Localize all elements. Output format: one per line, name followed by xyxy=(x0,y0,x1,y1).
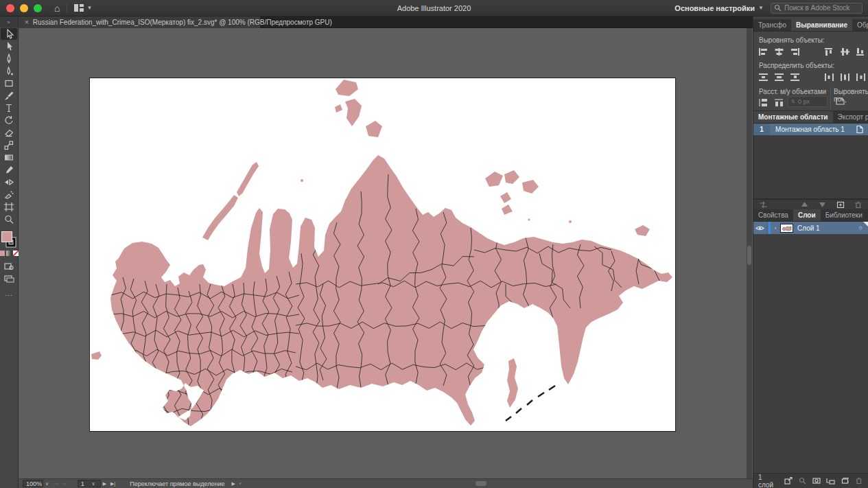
artboard-nav-select[interactable]: 1 ∨ xyxy=(78,480,101,487)
screen-mode-button[interactable] xyxy=(1,272,17,284)
artboard-name[interactable]: Монтажная область 1 xyxy=(775,126,854,133)
tab-properties[interactable]: Свойства xyxy=(753,209,793,221)
delete-artboard-button[interactable] xyxy=(852,200,864,209)
distribute-left-button[interactable] xyxy=(823,72,835,82)
width-tool[interactable] xyxy=(1,176,17,188)
rotate-tool[interactable] xyxy=(1,115,17,126)
zoom-window-button[interactable] xyxy=(34,4,42,12)
zoom-tool[interactable] xyxy=(1,213,17,225)
horizontal-scrollbar-thumb[interactable] xyxy=(476,481,486,486)
tab-transform[interactable]: Трансфо xyxy=(753,19,791,31)
distribute-right-button[interactable] xyxy=(855,72,867,82)
color-button[interactable] xyxy=(0,251,5,256)
artboards-panel-bar xyxy=(753,199,868,209)
vertical-scrollbar-thumb[interactable] xyxy=(747,246,751,265)
pen-tool[interactable] xyxy=(1,53,17,65)
workspace-switcher[interactable]: Основные настройки ▼ xyxy=(675,4,764,12)
new-sublayer-button[interactable] xyxy=(826,476,835,486)
align-left-button[interactable] xyxy=(758,47,769,56)
selection-tool[interactable] xyxy=(1,28,17,40)
rearrange-artboards-button[interactable] xyxy=(758,200,769,209)
tab-align[interactable]: Выравнивание xyxy=(791,19,852,31)
layer-thumbnail[interactable] xyxy=(780,224,793,233)
zoom-chevron-icon[interactable]: ∨ xyxy=(45,481,49,487)
previous-artboard-button[interactable]: ◀ xyxy=(62,481,65,487)
distribute-center-h-button[interactable] xyxy=(839,72,851,82)
document-tab[interactable]: × Russian Federation_with_Crimea_ISO(Мер… xyxy=(19,16,260,28)
layer-row[interactable]: › Слой 1 ○ xyxy=(753,222,868,234)
curvature-tool[interactable] xyxy=(1,65,17,77)
arrange-documents-control[interactable]: ▼ xyxy=(74,4,92,12)
type-tool[interactable] xyxy=(1,102,17,114)
stock-search[interactable] xyxy=(771,3,863,14)
align-middle-v-button[interactable] xyxy=(839,47,851,56)
search-input[interactable] xyxy=(784,4,859,12)
make-clipping-mask-button[interactable] xyxy=(812,476,821,486)
align-right-button[interactable] xyxy=(789,47,801,56)
artboard-page-icon[interactable] xyxy=(854,125,865,135)
tab-pathfinder[interactable]: Обработ xyxy=(852,19,868,31)
paintbrush-tool[interactable] xyxy=(1,90,17,102)
minimize-window-button[interactable] xyxy=(20,4,28,12)
align-top-button[interactable] xyxy=(823,47,835,56)
align-bottom-button[interactable] xyxy=(855,47,867,56)
titlebar: ⌂ ▼ Adobe Illustrator 2020 Основные наст… xyxy=(0,0,868,16)
vertical-distribute-space-button[interactable] xyxy=(758,97,769,107)
scale-tool[interactable] xyxy=(1,139,17,151)
layer-name[interactable]: Слой 1 xyxy=(797,224,859,232)
none-button[interactable] xyxy=(13,251,19,256)
home-icon[interactable]: ⌂ xyxy=(54,3,60,14)
eyedropper-tool[interactable] xyxy=(1,164,17,176)
align-bottom-icon xyxy=(856,47,866,56)
align-to-selector[interactable] xyxy=(834,96,846,106)
collect-for-export-button[interactable] xyxy=(784,476,793,486)
vertical-scrollbar[interactable] xyxy=(747,28,752,478)
russia-mainland-shape[interactable] xyxy=(110,155,672,426)
distribute-bottom-button[interactable] xyxy=(789,72,801,82)
locate-object-button[interactable] xyxy=(799,476,807,486)
chevron-down-icon: ▼ xyxy=(758,5,764,11)
fill-swatch[interactable] xyxy=(1,231,12,242)
direct-selection-tool[interactable] xyxy=(1,40,17,52)
symbol-sprayer-tool[interactable] xyxy=(1,189,17,200)
tab-asset-export[interactable]: Экспорт ресур xyxy=(833,111,868,123)
horizontal-distribute-space-button[interactable] xyxy=(773,97,785,107)
first-artboard-button[interactable]: |◀ xyxy=(53,481,58,487)
new-layer-button[interactable] xyxy=(841,476,849,486)
status-flyout-icon[interactable]: ▶ xyxy=(231,481,235,487)
spacing-value-stepper[interactable]: ⇅ 0 px xyxy=(788,96,828,107)
close-window-button[interactable] xyxy=(6,4,14,12)
layer-expand-icon[interactable]: › xyxy=(771,225,780,231)
tools-panel-drag-handle[interactable]: » xyxy=(0,16,18,27)
new-artboard-button[interactable] xyxy=(834,200,846,209)
tab-layers[interactable]: Слои xyxy=(793,209,821,221)
layer-target-icon[interactable]: ○ xyxy=(859,224,863,231)
move-artboard-up-button[interactable] xyxy=(799,200,810,209)
gradient-tool[interactable] xyxy=(1,152,17,163)
horizontal-distribute-space-icon xyxy=(774,98,784,107)
delete-layer-button[interactable] xyxy=(855,476,863,486)
status-back-icon[interactable]: ‹ xyxy=(239,481,241,486)
distribute-top-button[interactable] xyxy=(758,72,769,82)
layer-visibility-toggle[interactable] xyxy=(753,222,767,234)
artboard-row[interactable]: 1 Монтажная область 1 xyxy=(753,124,868,135)
tab-artboards[interactable]: Монтажные области xyxy=(753,111,833,123)
canvas-pasteboard[interactable] xyxy=(19,28,753,478)
drawing-modes-button[interactable] xyxy=(1,260,17,272)
close-tab-icon[interactable]: × xyxy=(25,19,29,26)
tab-libraries[interactable]: Библиотеки xyxy=(821,209,867,221)
fill-stroke-swatches[interactable] xyxy=(1,231,17,248)
artboard-tool[interactable] xyxy=(1,201,17,213)
severnaya-zemlya-2 xyxy=(504,170,519,184)
edit-toolbar-button[interactable]: ... xyxy=(5,290,12,297)
next-artboard-button[interactable]: ▶ xyxy=(103,481,106,487)
rectangle-tool[interactable] xyxy=(1,78,17,89)
align-center-h-button[interactable] xyxy=(773,47,785,56)
zoom-level-select[interactable]: 100% xyxy=(23,480,43,487)
last-artboard-button[interactable]: ▶| xyxy=(110,481,115,487)
gradient-button[interactable] xyxy=(6,251,12,256)
eraser-tool[interactable] xyxy=(1,127,17,139)
align-top-icon xyxy=(824,47,834,56)
move-artboard-down-button[interactable] xyxy=(817,200,828,209)
distribute-center-v-button[interactable] xyxy=(773,72,785,82)
